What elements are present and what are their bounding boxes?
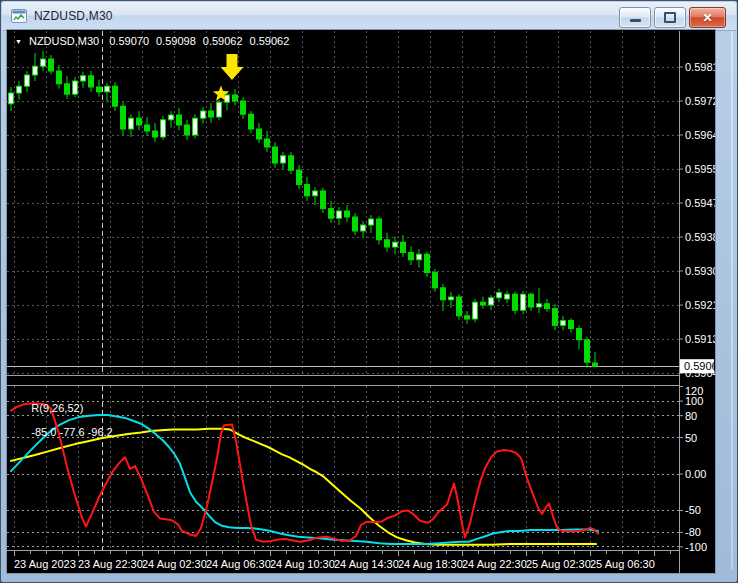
current-price-badge: 0.59062 — [680, 359, 715, 373]
price-axis-label: 0.59640 — [685, 129, 715, 141]
price-axis-label: 0.59810 — [685, 61, 715, 73]
header-low: 0.59062 — [203, 35, 243, 47]
price-axis-label: 0.59385 — [685, 231, 715, 243]
close-button[interactable]: ✕ — [689, 7, 726, 28]
current-price-label: 0.59062 — [684, 360, 715, 372]
chart-annotations — [213, 54, 244, 101]
oscillator-name: R(9,26,52) — [31, 402, 83, 414]
oscillator-axis-label: -80 — [685, 526, 701, 538]
time-axis-label: 25 Aug 02:30 — [526, 558, 591, 570]
window-border-highlight — [731, 31, 733, 570]
oscillator-label: R(9,26,52) -85.0 -77.6 -96.2 — [13, 390, 113, 450]
grid-lines — [7, 31, 679, 550]
price-axis-label: 0.59300 — [685, 265, 715, 277]
restore-button[interactable] — [654, 7, 686, 28]
window-controls: ✕ — [619, 7, 726, 28]
header-close: 0.59062 — [250, 35, 290, 47]
time-axis-label: 24 Aug 22:30 — [462, 558, 527, 570]
minimize-icon — [630, 19, 641, 22]
chevron-down-icon: ▼ — [15, 38, 22, 45]
panel-borders — [7, 31, 680, 573]
oscillator-axis: 12010080500.00-50-80-100 — [679, 385, 707, 553]
chart-canvas[interactable]: 0.598100.597250.596400.595550.594700.593… — [7, 30, 715, 573]
chart-content: 0.598100.597250.596400.595550.594700.593… — [7, 30, 715, 573]
oscillator-axis-label: 100 — [685, 395, 703, 407]
price-axis-label: 0.59725 — [685, 95, 715, 107]
time-axis-label: 24 Aug 10:30 — [270, 558, 335, 570]
chart-window: NZDUSD,M30 ✕ 0.598100.597250.596400.5955… — [0, 0, 738, 583]
minimize-button[interactable] — [619, 7, 651, 28]
time-axis-label: 24 Aug 02:30 — [142, 558, 207, 570]
price-axis-label: 0.59555 — [685, 163, 715, 175]
oscillator-axis-label: -100 — [685, 541, 707, 553]
price-axis: 0.598100.597250.596400.595550.594700.593… — [679, 61, 715, 379]
chart-window-icon — [11, 9, 27, 23]
oscillator-axis-label: -50 — [685, 504, 701, 516]
time-axis-label: 24 Aug 18:30 — [398, 558, 463, 570]
time-axis: 23 Aug 202323 Aug 22:3024 Aug 02:3024 Au… — [14, 551, 670, 570]
time-axis-label: 25 Aug 06:30 — [590, 558, 655, 570]
time-axis-label: 23 Aug 2023 — [14, 558, 76, 570]
oscillator-axis-label: 50 — [685, 432, 697, 444]
price-axis-label: 0.59215 — [685, 299, 715, 311]
sell-arrow-icon — [221, 54, 244, 80]
price-axis-label: 0.59470 — [685, 197, 715, 209]
oscillator-values: -85.0 -77.6 -96.2 — [31, 426, 112, 438]
time-axis-label: 23 Aug 22:30 — [78, 558, 143, 570]
time-axis-label: 24 Aug 14:30 — [334, 558, 399, 570]
header-symbol: NZDUSD,M30 — [29, 35, 99, 47]
candlesticks — [9, 51, 598, 368]
price-axis-label: 0.59130 — [685, 333, 715, 345]
time-axis-label: 24 Aug 06:30 — [206, 558, 271, 570]
header-open: 0.59070 — [109, 35, 149, 47]
window-title: NZDUSD,M30 — [34, 9, 113, 23]
oscillator-axis-label: 80 — [685, 410, 697, 422]
close-icon: ✕ — [702, 12, 712, 24]
restore-icon — [664, 12, 676, 23]
chart-ohlc-header: ▼ NZDUSD,M30 0.59070 0.59098 0.59062 0.5… — [15, 35, 296, 47]
oscillator-axis-label: 0.00 — [685, 468, 706, 480]
header-high: 0.59098 — [156, 35, 196, 47]
